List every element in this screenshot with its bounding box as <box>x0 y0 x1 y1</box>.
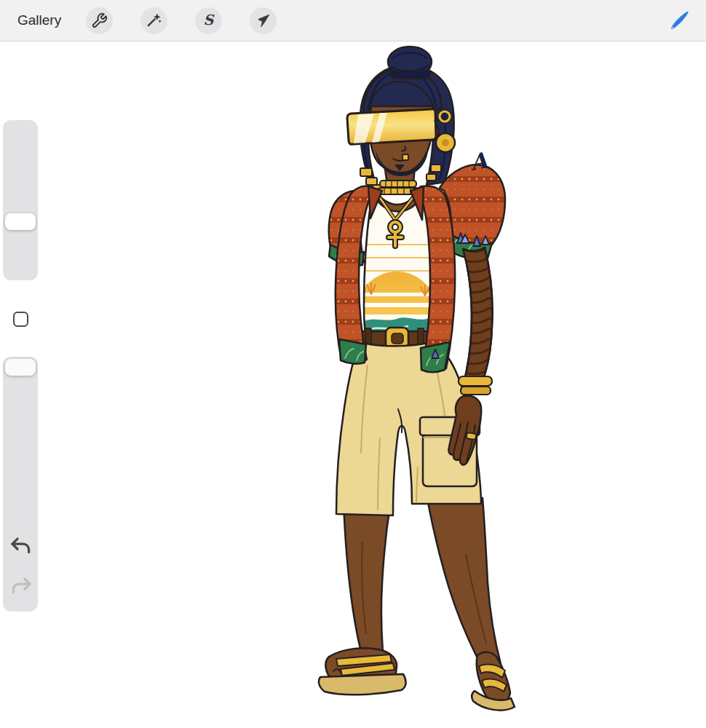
adjustments-button[interactable] <box>140 7 167 34</box>
brush-size-handle[interactable] <box>5 213 36 230</box>
transform-button[interactable] <box>250 7 277 34</box>
brush-size-slider[interactable] <box>3 120 38 280</box>
right-arm <box>448 244 499 464</box>
modify-button[interactable] <box>13 312 28 327</box>
gold-tooth <box>402 154 408 160</box>
undo-button[interactable] <box>9 534 33 558</box>
right-sandal <box>472 652 515 711</box>
redo-arrow-icon <box>9 588 33 601</box>
wrench-icon <box>91 12 108 29</box>
hair-bun <box>388 47 432 79</box>
sidebar <box>3 120 38 615</box>
brush-icon <box>666 8 691 33</box>
gold-ring <box>467 432 477 440</box>
gold-bracelet <box>459 376 492 395</box>
legs <box>344 495 501 664</box>
selection-s-icon: S <box>200 12 217 29</box>
left-sandal <box>319 648 406 695</box>
toolbar: Gallery S <box>0 0 706 41</box>
svg-text:S: S <box>204 12 215 28</box>
character-illustration: A <box>0 0 706 728</box>
magic-wand-icon <box>146 12 162 29</box>
paint-tool-button[interactable] <box>665 7 691 33</box>
transform-arrow-icon <box>255 12 271 29</box>
redo-button[interactable] <box>9 574 33 598</box>
brush-opacity-handle[interactable] <box>5 359 36 376</box>
canvas[interactable]: A <box>0 0 706 728</box>
selection-button[interactable]: S <box>195 7 222 34</box>
actions-button[interactable] <box>86 7 113 34</box>
gallery-button[interactable]: Gallery <box>17 12 61 28</box>
undo-arrow-icon <box>9 548 33 561</box>
gold-visor <box>347 109 443 144</box>
